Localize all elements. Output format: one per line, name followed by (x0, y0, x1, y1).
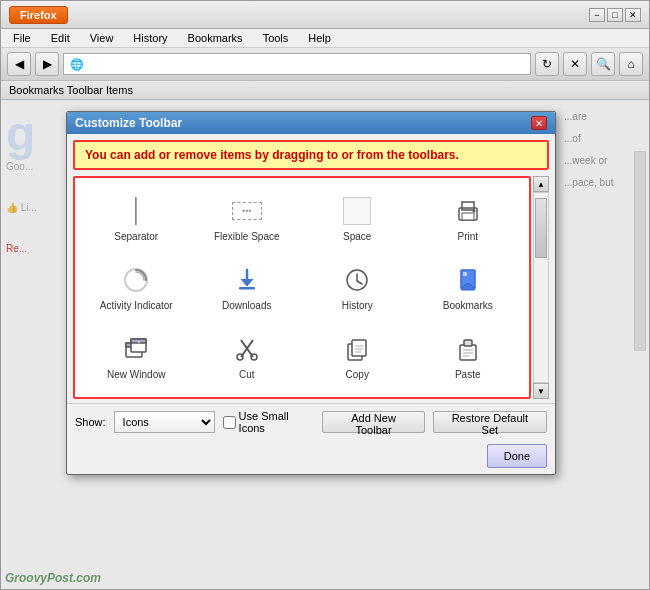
small-icons-checkbox-wrapper: Use Small Icons (223, 410, 315, 434)
scroll-track (533, 192, 549, 383)
done-button[interactable]: Done (487, 444, 547, 468)
window-controls: − □ ✕ (589, 8, 641, 22)
add-new-toolbar-button[interactable]: Add New Toolbar (322, 411, 424, 433)
small-icons-label: Use Small Icons (239, 410, 315, 434)
dialog-close-button[interactable]: ✕ (531, 116, 547, 130)
address-favicon: 🌐 (70, 58, 84, 71)
firefox-menu-button[interactable]: Firefox (9, 6, 68, 24)
space-icon (341, 195, 373, 227)
toolbar-item-new-window[interactable]: New Window (83, 324, 190, 389)
separator-icon (120, 195, 152, 227)
toolbar-items-grid: Separator ••• Flexible Space Space (73, 176, 531, 399)
menu-help[interactable]: Help (304, 31, 335, 45)
svg-rect-5 (239, 287, 255, 290)
copy-label: Copy (346, 369, 369, 380)
done-row: Done (67, 440, 555, 474)
scroll-up-button[interactable]: ▲ (533, 176, 549, 192)
toolbar-item-cut[interactable]: Cut (194, 324, 301, 389)
cut-label: Cut (239, 369, 255, 380)
close-button[interactable]: ✕ (625, 8, 641, 22)
browser-window: Firefox − □ ✕ File Edit View History Boo… (0, 0, 650, 590)
refresh-button[interactable]: ↻ (535, 52, 559, 76)
print-label: Print (457, 231, 478, 242)
separator-label: Separator (114, 231, 158, 242)
minimize-button[interactable]: − (589, 8, 605, 22)
svg-point-3 (472, 210, 475, 213)
scroll-down-button[interactable]: ▼ (533, 383, 549, 399)
show-select[interactable]: Icons Icons and Text Text (114, 411, 215, 433)
nav-bar: ◀ ▶ 🌐 ↻ ✕ 🔍 ⌂ (1, 48, 649, 81)
home-button[interactable]: ⌂ (619, 52, 643, 76)
toolbar-item-bookmarks[interactable]: Bookmarks (415, 255, 522, 320)
stop-button[interactable]: ✕ (563, 52, 587, 76)
address-bar[interactable]: 🌐 (63, 53, 531, 75)
cut-icon (231, 333, 263, 365)
maximize-button[interactable]: □ (607, 8, 623, 22)
titlebar: Firefox − □ ✕ (1, 1, 649, 29)
activity-indicator-icon (120, 264, 152, 296)
toolbar-item-separator[interactable]: Separator (83, 186, 190, 251)
toolbar-item-history[interactable]: History (304, 255, 411, 320)
toolbar-item-copy[interactable]: Copy (304, 324, 411, 389)
toolbar-item-space[interactable]: Space (304, 186, 411, 251)
new-window-icon (120, 333, 152, 365)
toolbar-item-downloads[interactable]: Downloads (194, 255, 301, 320)
dialog-title: Customize Toolbar (75, 116, 182, 130)
dialog-hint: You can add or remove items by dragging … (73, 140, 549, 170)
toolbar-item-flexible-space[interactable]: ••• Flexible Space (194, 186, 301, 251)
search-button[interactable]: 🔍 (591, 52, 615, 76)
activity-indicator-label: Activity Indicator (100, 300, 173, 311)
downloads-label: Downloads (222, 300, 271, 311)
dialog-titlebar: Customize Toolbar ✕ (67, 112, 555, 134)
menu-history[interactable]: History (129, 31, 171, 45)
bookmarks-bar-label: Bookmarks Toolbar Items (9, 84, 133, 96)
small-icons-checkbox[interactable] (223, 416, 236, 429)
svg-rect-1 (462, 213, 474, 220)
downloads-icon (231, 264, 263, 296)
dialog-scrollbar[interactable]: ▲ ▼ (533, 176, 549, 399)
menu-edit[interactable]: Edit (47, 31, 74, 45)
customize-toolbar-dialog: Customize Toolbar ✕ You can add or remov… (66, 111, 556, 475)
svg-rect-2 (462, 202, 474, 210)
bookmarks-bar: Bookmarks Toolbar Items (1, 81, 649, 100)
back-button[interactable]: ◀ (7, 52, 31, 76)
dialog-footer: Show: Icons Icons and Text Text Use Smal… (67, 403, 555, 440)
copy-icon (341, 333, 373, 365)
menu-view[interactable]: View (86, 31, 118, 45)
svg-rect-8 (463, 272, 467, 276)
show-label: Show: (75, 416, 106, 428)
toolbar-item-activity-indicator[interactable]: Activity Indicator (83, 255, 190, 320)
bookmarks-label: Bookmarks (443, 300, 493, 311)
menu-bookmarks[interactable]: Bookmarks (184, 31, 247, 45)
space-label: Space (343, 231, 371, 242)
print-icon (452, 195, 484, 227)
paste-label: Paste (455, 369, 481, 380)
paste-icon (452, 333, 484, 365)
menu-tools[interactable]: Tools (259, 31, 293, 45)
flexible-space-icon: ••• (231, 195, 263, 227)
toolbar-item-paste[interactable]: Paste (415, 324, 522, 389)
toolbar-item-print[interactable]: Print (415, 186, 522, 251)
scroll-thumb[interactable] (535, 198, 547, 258)
history-label: History (342, 300, 373, 311)
dialog-body: Separator ••• Flexible Space Space (73, 176, 549, 399)
bookmarks-icon (452, 264, 484, 296)
svg-rect-19 (352, 340, 366, 356)
menu-bar: File Edit View History Bookmarks Tools H… (1, 29, 649, 48)
flexible-space-label: Flexible Space (214, 231, 280, 242)
menu-file[interactable]: File (9, 31, 35, 45)
svg-rect-24 (464, 340, 472, 346)
history-icon (341, 264, 373, 296)
restore-default-button[interactable]: Restore Default Set (433, 411, 547, 433)
forward-button[interactable]: ▶ (35, 52, 59, 76)
new-window-label: New Window (107, 369, 165, 380)
